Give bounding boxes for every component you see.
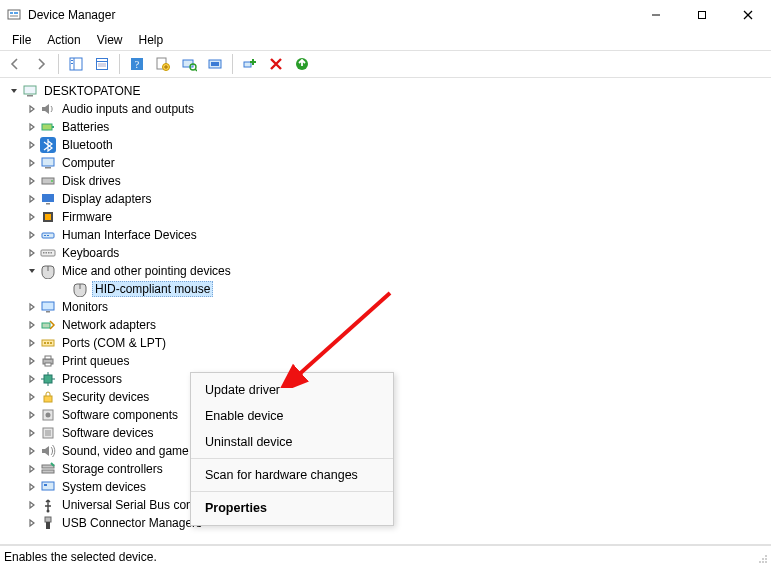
properties-button[interactable] (91, 53, 113, 75)
ctx-update-driver[interactable]: Update driver (191, 377, 393, 403)
back-button[interactable] (4, 53, 26, 75)
show-hide-console-tree-button[interactable] (65, 53, 87, 75)
svg-rect-41 (44, 235, 46, 236)
chevron-right-icon[interactable] (24, 461, 40, 477)
minimize-button[interactable] (633, 0, 679, 30)
menubar: File Action View Help (0, 30, 771, 50)
window-controls (633, 0, 771, 30)
menu-help[interactable]: Help (131, 31, 172, 49)
chevron-right-icon[interactable] (24, 137, 40, 153)
scan-hardware-button[interactable] (178, 53, 200, 75)
tree-item[interactable]: Display adapters (2, 190, 771, 208)
chevron-right-icon[interactable] (24, 101, 40, 117)
toolbar-separator (232, 54, 233, 74)
tree-item[interactable]: Keyboards (2, 244, 771, 262)
svg-rect-0 (8, 10, 20, 19)
chevron-right-icon[interactable] (24, 155, 40, 171)
svg-text:?: ? (135, 59, 140, 70)
menu-action[interactable]: Action (39, 31, 88, 49)
svg-rect-11 (71, 63, 73, 64)
chevron-right-icon[interactable] (24, 245, 40, 261)
svg-rect-39 (45, 214, 51, 220)
chevron-right-icon[interactable] (24, 371, 40, 387)
svg-rect-25 (244, 62, 251, 67)
svg-rect-52 (42, 323, 50, 328)
disable-device-button[interactable] (265, 53, 287, 75)
update-driver-button[interactable] (204, 53, 226, 75)
titlebar: Device Manager (0, 0, 771, 30)
device-tree[interactable]: DESKTOPATONE Audio inputs and outputsBat… (0, 78, 771, 545)
tree-item[interactable]: Network adapters (2, 316, 771, 334)
chevron-down-icon[interactable] (6, 83, 22, 99)
ctx-enable-device[interactable]: Enable device (191, 403, 393, 429)
help-button[interactable]: ? (126, 53, 148, 75)
tree-item-label: Software components (60, 408, 180, 422)
ctx-uninstall-device[interactable]: Uninstall device (191, 429, 393, 455)
chevron-right-icon[interactable] (24, 479, 40, 495)
tree-item[interactable]: Ports (COM & LPT) (2, 334, 771, 352)
chevron-right-icon[interactable] (24, 191, 40, 207)
tree-item[interactable]: Computer (2, 154, 771, 172)
svg-rect-79 (762, 561, 764, 563)
printer-icon (40, 353, 56, 369)
tree-item[interactable]: Firmware (2, 208, 771, 226)
chevron-right-icon[interactable] (24, 443, 40, 459)
tree-item[interactable]: HID-compliant mouse (2, 280, 771, 298)
tree-item[interactable]: Disk drives (2, 172, 771, 190)
ctx-properties[interactable]: Properties (191, 495, 393, 521)
chevron-right-icon[interactable] (24, 407, 40, 423)
uninstall-device-button[interactable] (291, 53, 313, 75)
svg-rect-28 (27, 95, 33, 97)
chevron-down-icon[interactable] (24, 263, 40, 279)
svg-rect-56 (50, 342, 52, 344)
context-menu: Update driver Enable device Uninstall de… (190, 372, 394, 526)
svg-rect-29 (42, 124, 52, 130)
tree-item-label: Batteries (60, 120, 111, 134)
display-icon (40, 191, 56, 207)
svg-rect-50 (42, 302, 54, 310)
tree-item-label: Audio inputs and outputs (60, 102, 196, 116)
chevron-right-icon[interactable] (24, 389, 40, 405)
tree-item[interactable]: Audio inputs and outputs (2, 100, 771, 118)
maximize-button[interactable] (679, 0, 725, 30)
ctx-scan-hardware[interactable]: Scan for hardware changes (191, 462, 393, 488)
system-icon (40, 479, 56, 495)
svg-rect-83 (765, 555, 767, 557)
chevron-right-icon[interactable] (24, 515, 40, 531)
svg-rect-5 (699, 12, 706, 19)
chevron-right-icon[interactable] (24, 299, 40, 315)
chevron-right-icon[interactable] (24, 353, 40, 369)
menu-file[interactable]: File (4, 31, 39, 49)
battery-icon (40, 119, 56, 135)
menu-view[interactable]: View (89, 31, 131, 49)
chevron-right-icon[interactable] (24, 335, 40, 351)
chevron-right-icon[interactable] (24, 209, 40, 225)
enable-device-button[interactable] (239, 53, 261, 75)
chevron-right-icon[interactable] (24, 317, 40, 333)
chevron-right-icon[interactable] (24, 227, 40, 243)
svg-rect-47 (51, 252, 53, 254)
computer-icon (40, 155, 56, 171)
svg-rect-73 (44, 484, 47, 486)
tree-item[interactable]: Batteries (2, 118, 771, 136)
tree-item[interactable]: Mice and other pointing devices (2, 262, 771, 280)
tree-item-label: Keyboards (60, 246, 121, 260)
chevron-right-icon[interactable] (24, 173, 40, 189)
chevron-right-icon[interactable] (24, 425, 40, 441)
software-device-icon (40, 425, 56, 441)
chevron-right-icon[interactable] (24, 119, 40, 135)
tree-item-label: System devices (60, 480, 148, 494)
ctx-separator (191, 491, 393, 492)
statusbar-text: Enables the selected device. (4, 550, 753, 564)
forward-button[interactable] (30, 53, 52, 75)
svg-rect-46 (48, 252, 50, 254)
action-sheet-button[interactable] (152, 53, 174, 75)
tree-root[interactable]: DESKTOPATONE (2, 82, 771, 100)
tree-item[interactable]: Human Interface Devices (2, 226, 771, 244)
tree-item[interactable]: Monitors (2, 298, 771, 316)
tree-item[interactable]: Bluetooth (2, 136, 771, 154)
close-button[interactable] (725, 0, 771, 30)
chevron-right-icon[interactable] (24, 497, 40, 513)
resize-grip-icon[interactable] (753, 549, 769, 565)
tree-item[interactable]: Print queues (2, 352, 771, 370)
